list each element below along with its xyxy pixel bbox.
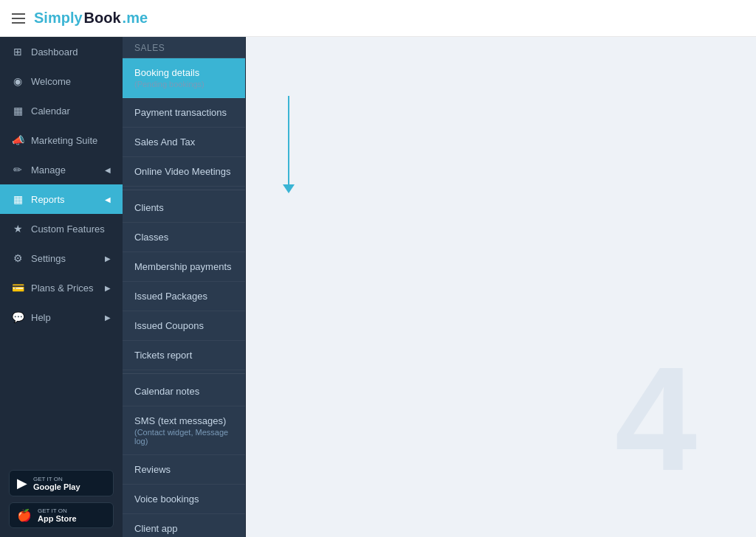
dashboard-icon: ⊞	[12, 46, 24, 58]
submenu-online-video[interactable]: Online Video Meetings	[123, 157, 245, 187]
submenu-clients[interactable]: Clients	[123, 193, 245, 223]
custom-icon: ★	[12, 223, 24, 235]
help-chevron: ▶	[105, 313, 111, 322]
sidebar: ⊞ Dashboard ◉ Welcome ▦ Calendar 📣 Marke…	[0, 37, 123, 537]
divider-1	[123, 190, 245, 190]
watermark-number: 4	[615, 345, 697, 493]
google-play-badge[interactable]: ▶ GET IT ON Google Play	[9, 470, 114, 496]
welcome-icon: ◉	[12, 75, 24, 87]
sidebar-item-plans[interactable]: 💳 Plans & Prices ▶	[0, 273, 123, 302]
sidebar-item-dashboard[interactable]: ⊞ Dashboard	[0, 37, 123, 66]
plans-icon: 💳	[12, 282, 24, 294]
app-store-badge[interactable]: 🍎 GET IT ON App Store	[9, 502, 114, 528]
arrow-indicator	[283, 96, 295, 193]
submenu-booking-details[interactable]: Booking details (Pending bookings)	[123, 58, 245, 98]
reports-chevron: ◀	[105, 195, 111, 204]
google-play-icon: ▶	[17, 475, 27, 491]
sidebar-item-manage[interactable]: ✏ Manage ◀	[0, 155, 123, 184]
submenu-sms[interactable]: SMS (text messages) (Contact widget, Mes…	[123, 406, 245, 455]
submenu-issued-coupons[interactable]: Issued Coupons	[123, 311, 245, 341]
divider-2	[123, 373, 245, 374]
main-layout: ⊞ Dashboard ◉ Welcome ▦ Calendar 📣 Marke…	[0, 37, 756, 537]
google-play-get-it: GET IT ON	[33, 476, 80, 482]
settings-chevron: ▶	[105, 254, 111, 263]
manage-chevron: ◀	[105, 166, 111, 174]
submenu-tickets-report[interactable]: Tickets report	[123, 341, 245, 370]
sidebar-item-help[interactable]: 💬 Help ▶	[0, 302, 123, 332]
logo-me: .me	[123, 10, 148, 27]
reports-submenu: Sales Booking details (Pending bookings)…	[123, 37, 246, 537]
submenu-client-app[interactable]: Client app (Notification report, App Cli…	[123, 514, 245, 537]
manage-icon: ✏	[12, 164, 24, 176]
apple-icon: 🍎	[17, 508, 32, 522]
submenu-issued-packages[interactable]: Issued Packages	[123, 282, 245, 311]
help-icon: 💬	[12, 311, 24, 323]
reports-icon: ▦	[12, 193, 24, 205]
submenu-payment-transactions[interactable]: Payment transactions	[123, 98, 245, 128]
main-content: 4	[246, 37, 756, 537]
marketing-icon: 📣	[12, 134, 24, 146]
arrow-head	[283, 184, 295, 193]
google-play-name: Google Play	[33, 482, 80, 491]
submenu-calendar-notes[interactable]: Calendar notes	[123, 377, 245, 406]
submenu-membership-payments[interactable]: Membership payments	[123, 252, 245, 282]
hamburger-menu[interactable]	[12, 13, 25, 24]
sidebar-item-reports[interactable]: ▦ Reports ◀	[0, 184, 123, 214]
sidebar-item-marketing[interactable]: 📣 Marketing Suite	[0, 125, 123, 155]
sales-section-header: Sales	[123, 37, 245, 58]
app-store-name: App Store	[38, 514, 77, 523]
arrow-line	[288, 96, 289, 184]
sidebar-item-custom[interactable]: ★ Custom Features	[0, 214, 123, 243]
submenu-sales-and-tax[interactable]: Sales And Tax	[123, 128, 245, 157]
settings-icon: ⚙	[12, 252, 24, 264]
submenu-reviews[interactable]: Reviews	[123, 455, 245, 485]
sidebar-item-calendar[interactable]: ▦ Calendar	[0, 96, 123, 125]
plans-chevron: ▶	[105, 284, 111, 292]
sidebar-item-welcome[interactable]: ◉ Welcome	[0, 66, 123, 96]
app-store-get-it: GET IT ON	[38, 507, 77, 514]
logo-book: Book	[84, 10, 121, 27]
logo-simply: Simply	[34, 10, 83, 27]
logo: SimplyBook.me	[34, 10, 148, 27]
sidebar-bottom: ▶ GET IT ON Google Play 🍎 GET IT ON App …	[0, 461, 123, 537]
submenu-voice-bookings[interactable]: Voice bookings	[123, 485, 245, 514]
calendar-icon: ▦	[12, 105, 24, 117]
submenu-classes[interactable]: Classes	[123, 223, 245, 252]
header: SimplyBook.me	[0, 0, 756, 37]
sidebar-item-settings[interactable]: ⚙ Settings ▶	[0, 243, 123, 273]
